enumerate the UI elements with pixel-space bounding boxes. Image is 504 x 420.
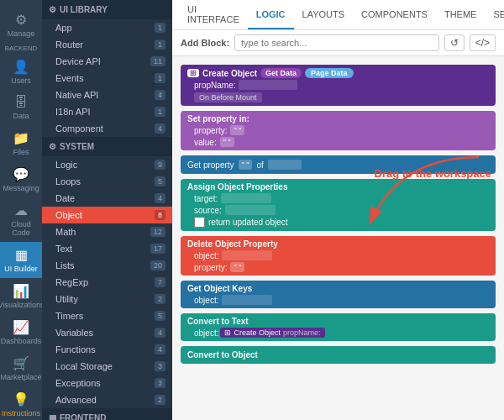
top-nav: UI INTERFACE LOGIC LAYOUTS COMPONENTS TH… [172, 0, 504, 30]
sidebar-item-exceptions[interactable]: Exceptions 3 [42, 375, 172, 391]
ui-builder-icon: ▦ [15, 247, 28, 263]
dashboards-icon: 📈 [13, 319, 29, 335]
sidebar-item-regexp[interactable]: RegExp 7 [42, 274, 172, 291]
block-set-property-header[interactable]: Set property in: property: " " value: " … [181, 111, 496, 150]
sidebar-item-timers[interactable]: Timers 5 [42, 307, 172, 324]
block-create-object-header[interactable]: ⊞ Create Object Get Data Page Data propN… [181, 65, 496, 106]
messaging-icon: 💬 [13, 166, 29, 182]
get-of-input[interactable] [268, 160, 302, 170]
cloud-icon: ☁ [14, 202, 28, 218]
sidebar-item-advanced[interactable]: Advanced 2 [42, 391, 172, 408]
propname-label: propName: [283, 328, 321, 337]
page-data-chip: Page Data [305, 68, 354, 78]
nested-create-object: ⊞ Create Object propName: [220, 328, 324, 338]
sidebar-item-object[interactable]: Object 8 [42, 207, 172, 223]
sidebar: ⚙ UI LIBRARY App 1 Router 1 Device API 1… [42, 0, 172, 420]
sidebar-item-router[interactable]: Router 1 [42, 36, 172, 53]
sidebar-item-date[interactable]: Date 4 [42, 190, 172, 207]
sidebar-item-functions[interactable]: Functions 4 [42, 341, 172, 358]
sidebar-item-lists[interactable]: Lists 20 [42, 257, 172, 274]
block-delete-property-header[interactable]: Delete Object Property object: property:… [181, 236, 496, 276]
backend-label: BACKEND [0, 43, 42, 54]
sidebar-item-dashboards[interactable]: 📈 Dashboards [0, 314, 42, 350]
tab-theme[interactable]: THEME [436, 0, 486, 29]
block-assign-properties: Assign Object Properties target: source:… [181, 179, 496, 231]
sidebar-item-users[interactable]: 👤 Users [0, 54, 42, 90]
tab-components[interactable]: COMPONENTS [353, 0, 436, 29]
block-convert-object: Convert to Object [181, 346, 496, 364]
refresh-button[interactable]: ↺ [444, 34, 465, 51]
sidebar-item-logic[interactable]: Logic 9 [42, 156, 172, 173]
sidebar-item-local-storage[interactable]: Local Storage 3 [42, 358, 172, 375]
add-block-label: Add Block: [181, 38, 229, 48]
target-input[interactable] [221, 193, 271, 203]
get-data-chip: Get Data [260, 68, 302, 78]
visualizations-icon: 📊 [13, 283, 29, 299]
icon-bar: ⚙ Manage BACKEND 👤 Users 🗄 Data 📁 Files … [0, 0, 42, 420]
files-icon: 📁 [13, 130, 29, 146]
delete-object-input[interactable] [222, 250, 272, 260]
sidebar-item-cloud-code[interactable]: ☁ Cloud Code [0, 197, 42, 242]
sidebar-item-device-api[interactable]: Device API 11 [42, 53, 172, 70]
content-area: ⊞ Create Object Get Data Page Data propN… [172, 56, 504, 420]
frontend-header: ▦ FRONTEND [42, 408, 172, 420]
keys-object-input[interactable] [222, 295, 272, 305]
search-input[interactable] [234, 34, 439, 51]
block-convert-object-header[interactable]: Convert to Object [181, 346, 496, 364]
sidebar-item-loops[interactable]: Loops 5 [42, 173, 172, 190]
users-icon: 👤 [13, 59, 29, 75]
block-set-property: Set property in: property: " " value: " … [181, 111, 496, 150]
toolbar: Add Block: ↺ </> [172, 30, 504, 56]
block-get-property-header[interactable]: Get property " " of [181, 155, 496, 174]
gear-icon: ⚙ [15, 12, 27, 28]
block-convert-text-header[interactable]: Convert to Text object: ⊞ Create Object … [181, 313, 496, 341]
return-updated-checkbox[interactable] [194, 217, 205, 228]
propname-input[interactable] [239, 80, 297, 90]
block-icon: ⊞ [187, 69, 199, 77]
block-convert-text: Convert to Text object: ⊞ Create Object … [181, 313, 496, 341]
sidebar-item-events[interactable]: Events 1 [42, 70, 172, 87]
sidebar-item-manage[interactable]: ⚙ Manage [0, 7, 42, 43]
sidebar-item-variables[interactable]: Variables 4 [42, 324, 172, 341]
sidebar-item-data[interactable]: 🗄 Data [0, 90, 42, 125]
sidebar-item-math[interactable]: Math 12 [42, 223, 172, 240]
sidebar-item-component[interactable]: Component 4 [42, 120, 172, 137]
sidebar-item-text[interactable]: Text 17 [42, 240, 172, 257]
settings-icon: ⚙ [49, 5, 56, 14]
sidebar-item-instructions[interactable]: 💡 Instructions [0, 386, 42, 420]
source-input[interactable] [225, 205, 276, 215]
tab-layouts[interactable]: LAYOUTS [294, 0, 354, 29]
on-before-mount: On Before Mount [194, 92, 262, 102]
sidebar-item-marketplace[interactable]: 🛒 Marketplace [0, 350, 42, 386]
nested-block-icon: ⊞ [224, 328, 231, 337]
block-get-object-keys: Get Object Keys object: [181, 281, 496, 308]
block-get-property: Get property " " of [181, 155, 496, 174]
frontend-icon: ▦ [49, 413, 56, 420]
sidebar-item-utility[interactable]: Utility 2 [42, 291, 172, 307]
sidebar-item-app[interactable]: App 1 [42, 19, 172, 36]
block-create-object: ⊞ Create Object Get Data Page Data propN… [181, 65, 496, 106]
sidebar-item-native-api[interactable]: Native API 4 [42, 87, 172, 103]
system-header: ⚙ SYSTEM [42, 137, 172, 156]
tab-settings[interactable]: SETTINGS [485, 0, 504, 29]
sidebar-item-messaging[interactable]: 💬 Messaging [0, 161, 42, 197]
block-assign-properties-header[interactable]: Assign Object Properties target: source:… [181, 179, 496, 231]
instructions-icon: 💡 [13, 391, 29, 407]
data-icon: 🗄 [14, 95, 28, 110]
ui-library-header: ⚙ UI LIBRARY [42, 0, 172, 19]
marketplace-icon: 🛒 [13, 355, 29, 371]
block-delete-property: Delete Object Property object: property:… [181, 236, 496, 276]
sidebar-item-i18n-api[interactable]: I18n API 1 [42, 103, 172, 120]
tab-logic[interactable]: LOGIC [248, 0, 294, 29]
block-get-keys-header[interactable]: Get Object Keys object: [181, 281, 496, 308]
main-area: UI INTERFACE LOGIC LAYOUTS COMPONENTS TH… [172, 0, 504, 420]
system-settings-icon: ⚙ [49, 142, 56, 151]
sidebar-item-files[interactable]: 📁 Files [0, 125, 42, 161]
blocks-area[interactable]: ⊞ Create Object Get Data Page Data propN… [172, 56, 504, 420]
tab-ui-interface[interactable]: UI INTERFACE [179, 0, 248, 29]
embed-button[interactable]: </> [470, 34, 496, 51]
sidebar-item-visualizations[interactable]: 📊 Visualizations [0, 278, 42, 314]
sidebar-item-ui-builder[interactable]: ▦ UI Builder [0, 242, 42, 278]
